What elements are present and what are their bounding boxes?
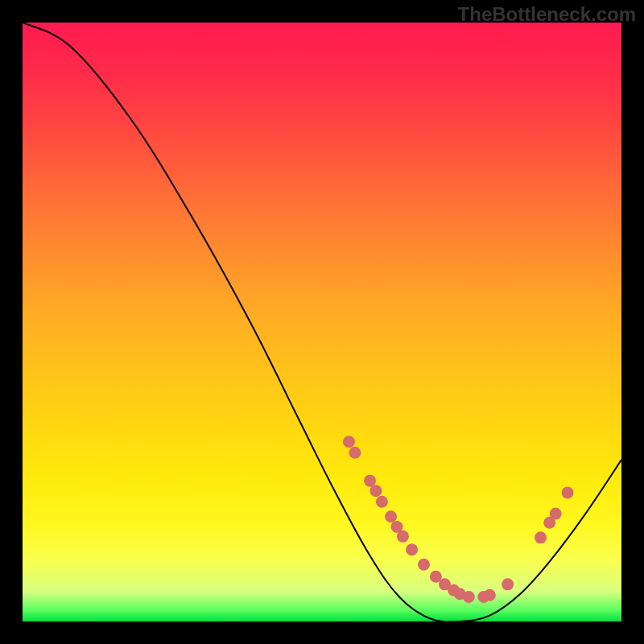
plot-area: [23, 23, 621, 621]
bottleneck-curve: [23, 23, 621, 621]
data-dot: [385, 510, 397, 522]
data-dot: [397, 530, 409, 543]
data-dot: [343, 436, 355, 448]
watermark-text: TheBottleneck.com: [458, 3, 636, 26]
chart-svg: [23, 23, 621, 621]
data-dot: [502, 578, 514, 590]
data-dot: [418, 559, 430, 571]
data-dot: [376, 496, 388, 508]
data-dot: [535, 531, 547, 543]
data-dot: [484, 589, 496, 601]
data-dot: [463, 591, 475, 603]
data-dots: [343, 436, 574, 603]
data-dot: [349, 447, 361, 459]
data-dot: [550, 508, 562, 520]
data-dot: [406, 543, 418, 555]
data-dot: [369, 485, 382, 497]
data-dot: [562, 487, 574, 499]
data-dot: [364, 475, 376, 487]
